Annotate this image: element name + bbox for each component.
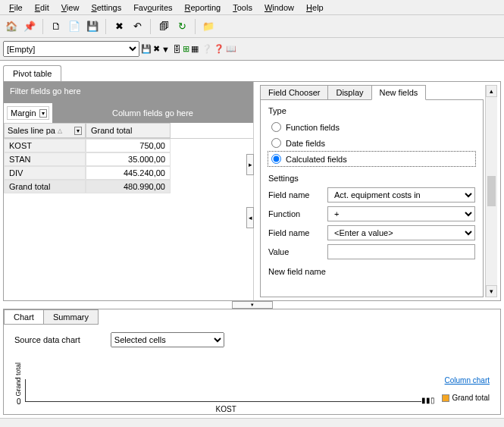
help-icon[interactable]: ❔	[202, 44, 212, 54]
table-row: DIV 445.240,00	[4, 166, 253, 180]
scrollbar[interactable]: ▴ ▾	[485, 85, 497, 297]
new-icon[interactable]: 🗋	[48, 18, 64, 35]
radio-label: Function fields	[286, 123, 340, 132]
function-label: Function	[268, 209, 321, 218]
table-row: STAN 35.000,00	[4, 152, 253, 166]
save-filter-icon[interactable]: 💾	[141, 44, 152, 54]
tab-field-chooser[interactable]: Field Chooser	[260, 85, 328, 100]
clear-filter-icon[interactable]: ✖	[153, 44, 160, 54]
refresh-icon[interactable]: ↻	[174, 18, 190, 35]
menu-favourites[interactable]: Favourites	[127, 2, 178, 13]
row-value[interactable]: 750,00	[86, 139, 171, 152]
splitter[interactable]: ▾	[3, 301, 501, 309]
menu-reporting[interactable]: Reporting	[179, 2, 227, 13]
filter-drop-area[interactable]: Filter fields go here	[4, 82, 253, 103]
chart-axes: 0 KOST ▮▮▯	[25, 379, 421, 402]
menu-edit[interactable]: Edit	[29, 2, 55, 13]
column-drop-area[interactable]: Column fields go here	[52, 103, 253, 123]
sort-asc-icon: △	[58, 127, 62, 134]
value-input[interactable]	[327, 244, 475, 259]
source-data-select[interactable]: Selected cells	[111, 332, 224, 347]
main-content: Filter fields go here Margin ▾ Column fi…	[3, 81, 501, 301]
toolbar-2: [Empty] 💾 ✖ ▼ 🗄 ⊞ ▦ ❔ ❓ 📖	[0, 38, 504, 61]
menubar: File Edit View Settings Favourites Repor…	[0, 0, 504, 15]
database-icon[interactable]: 🗄	[173, 45, 181, 54]
menu-tools[interactable]: Tools	[227, 2, 258, 13]
tab-chart[interactable]: Chart	[4, 309, 44, 325]
radio-function-fields[interactable]: Function fields	[268, 120, 475, 134]
radio-calculated-fields[interactable]: Calculated fields	[268, 152, 475, 166]
undo-icon[interactable]: ↶	[129, 18, 146, 35]
radio-input[interactable]	[271, 154, 281, 164]
legend-label: Grand total	[452, 394, 490, 402]
chevron-down-icon[interactable]: ▾	[39, 109, 47, 118]
pivot-area: Filter fields go here Margin ▾ Column fi…	[4, 82, 254, 300]
delete-icon[interactable]: ✖	[111, 18, 127, 35]
menu-window[interactable]: Window	[258, 2, 300, 13]
export-excel-icon[interactable]: ⊞	[183, 44, 189, 54]
radio-date-fields[interactable]: Date fields	[268, 136, 475, 150]
copy-icon[interactable]: 🗐	[155, 18, 172, 35]
row-value[interactable]: 480.990,00	[86, 180, 171, 193]
tab-summary[interactable]: Summary	[43, 309, 99, 325]
function-select[interactable]: +	[327, 206, 475, 221]
bar-chart-icon: ▮▮▯	[421, 396, 435, 404]
legend-swatch-icon	[442, 394, 449, 402]
data-field-label: Margin	[11, 108, 36, 118]
row-dim-label: Sales line pa	[8, 126, 55, 135]
scroll-down-icon[interactable]: ▾	[486, 285, 497, 297]
right-panel: Field Chooser Display New fields Type Fu…	[254, 82, 500, 300]
grand-total-column-header: Grand total	[86, 123, 171, 138]
row-label[interactable]: DIV	[4, 166, 86, 180]
home-icon[interactable]: 🏠	[3, 18, 20, 35]
row-value[interactable]: 445.240,00	[86, 166, 171, 180]
menu-file[interactable]: File	[3, 2, 29, 13]
grand-total-row: Grand total 480.990,00	[4, 180, 253, 193]
row-dimension-header[interactable]: Sales line pa △ ▾	[4, 123, 86, 138]
row-label[interactable]: KOST	[4, 139, 86, 152]
scroll-up-icon[interactable]: ▴	[486, 85, 497, 97]
filter-combo[interactable]: [Empty]	[3, 41, 139, 57]
tab-display[interactable]: Display	[327, 85, 371, 100]
chart-panel: Chart Summary Source data chart Selected…	[3, 309, 501, 415]
main-tab-row: Pivot table	[3, 65, 501, 81]
save-icon[interactable]: 💾	[84, 18, 101, 35]
y-tick: 0	[17, 397, 21, 406]
menu-help[interactable]: Help	[300, 2, 330, 13]
data-field-margin[interactable]: Margin ▾	[7, 106, 49, 120]
table-row: KOST 750,00	[4, 139, 253, 152]
toolbar-1: 🏠 📌 🗋 📄 💾 ✖ ↶ 🗐 ↻ 📁	[0, 15, 504, 38]
field-name-select-2[interactable]: <Enter a value>	[327, 225, 475, 240]
scroll-thumb[interactable]	[487, 176, 496, 206]
tab-pivot-table[interactable]: Pivot table	[3, 65, 61, 81]
funnel-icon[interactable]: ▼	[161, 45, 170, 54]
radio-input[interactable]	[271, 122, 281, 132]
grid-icon[interactable]: ▦	[191, 44, 199, 54]
pin-icon[interactable]: 📌	[21, 18, 38, 35]
folder-icon[interactable]: 📁	[200, 18, 217, 35]
radio-label: Date fields	[286, 139, 325, 148]
menu-view[interactable]: View	[55, 2, 86, 13]
row-label[interactable]: Grand total	[4, 180, 86, 193]
settings-label: Settings	[268, 174, 475, 183]
row-value[interactable]: 35.000,00	[86, 152, 171, 166]
type-label: Type	[268, 106, 475, 115]
tab-new-fields[interactable]: New fields	[371, 85, 427, 100]
field-name-label: Field name	[268, 190, 321, 199]
field-name-select-1[interactable]: Act. equipment costs in	[327, 187, 475, 203]
expand-handle[interactable]: ◂	[246, 207, 254, 228]
new-fields-panel: Type Function fields Date fields Calcula…	[260, 99, 484, 297]
column-chart-link[interactable]: Column chart	[421, 376, 490, 385]
y-axis-label: Grand total	[14, 363, 22, 397]
book-icon[interactable]: 📖	[226, 44, 236, 54]
x-axis-label: KOST	[216, 405, 236, 413]
hint-icon[interactable]: ❓	[214, 44, 224, 54]
field-name-label-2: Field name	[268, 228, 321, 237]
statusbar	[0, 418, 504, 427]
expand-handle[interactable]: ▸	[246, 154, 254, 175]
open-icon[interactable]: 📄	[66, 18, 83, 35]
radio-input[interactable]	[271, 138, 281, 148]
chevron-down-icon[interactable]: ▾	[74, 127, 82, 135]
row-label[interactable]: STAN	[4, 152, 86, 166]
menu-settings[interactable]: Settings	[85, 2, 127, 13]
